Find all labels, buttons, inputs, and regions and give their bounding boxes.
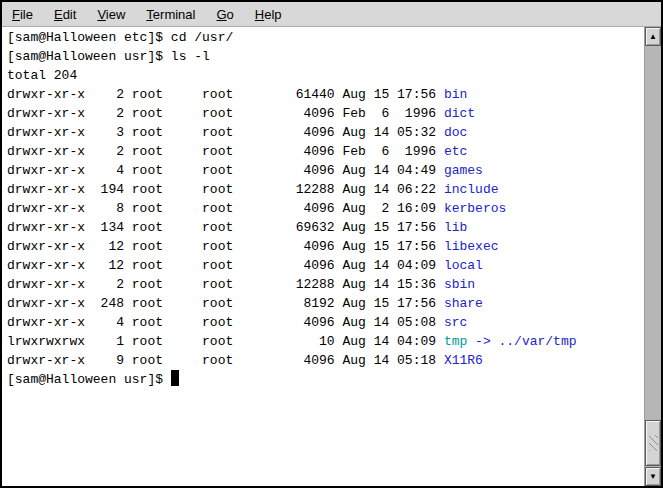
- text-segment: drwxr-xr-x 3 root root 4096 Aug 14 05:32: [7, 125, 444, 140]
- terminal-line: drwxr-xr-x 248 root root 8192 Aug 15 17:…: [7, 294, 644, 313]
- menu-file-label: ile: [20, 7, 33, 22]
- menu-help-label: elp: [264, 7, 281, 22]
- file-name: tmp: [444, 334, 467, 349]
- menu-view[interactable]: View: [88, 4, 134, 25]
- terminal-line: drwxr-xr-x 3 root root 4096 Aug 14 05:32…: [7, 123, 644, 142]
- scrollbar-track[interactable]: [645, 46, 661, 467]
- terminal-line: drwxr-xr-x 12 root root 4096 Aug 15 17:5…: [7, 237, 644, 256]
- file-name: etc: [444, 144, 467, 159]
- text-segment: [sam@Halloween usr]$: [7, 372, 171, 387]
- menu-go-mnemonic: G: [216, 7, 226, 22]
- terminal-line: drwxr-xr-x 12 root root 4096 Aug 14 04:0…: [7, 256, 644, 275]
- terminal-line: drwxr-xr-x 194 root root 12288 Aug 14 06…: [7, 180, 644, 199]
- file-name: kerberos: [444, 201, 506, 216]
- file-name: src: [444, 315, 467, 330]
- text-segment: lrwxrwxrwx 1 root root 10 Aug 14 04:09: [7, 334, 444, 349]
- terminal-line: drwxr-xr-x 9 root root 4096 Aug 14 05:18…: [7, 351, 644, 370]
- terminal-line: total 204: [7, 66, 644, 85]
- file-name: X11R6: [444, 353, 483, 368]
- terminal-line: lrwxrwxrwx 1 root root 10 Aug 14 04:09 t…: [7, 332, 644, 351]
- terminal-line: [sam@Halloween usr]$ ls -l: [7, 47, 644, 66]
- file-name: share: [444, 296, 483, 311]
- file-name: include: [444, 182, 499, 197]
- file-name: doc: [444, 125, 467, 140]
- menu-terminal-label: erminal: [153, 7, 196, 22]
- text-segment: drwxr-xr-x 2 root root 4096 Feb 6 1996: [7, 106, 444, 121]
- file-name: local: [444, 258, 483, 273]
- text-segment: drwxr-xr-x 194 root root 12288 Aug 14 06…: [7, 182, 444, 197]
- scrollbar: ▲ ▼: [644, 27, 661, 486]
- menu-file[interactable]: File: [3, 4, 42, 25]
- menu-go[interactable]: Go: [207, 4, 242, 25]
- thumb-grip-icon: [649, 435, 658, 451]
- text-segment: drwxr-xr-x 12 root root 4096 Aug 15 17:5…: [7, 239, 444, 254]
- terminal-line: drwxr-xr-x 2 root root 4096 Feb 6 1996 d…: [7, 104, 644, 123]
- terminal-line: drwxr-xr-x 2 root root 4096 Feb 6 1996 e…: [7, 142, 644, 161]
- terminal-line: [sam@Halloween etc]$ cd /usr/: [7, 28, 644, 47]
- text-segment: drwxr-xr-x 4 root root 4096 Aug 14 05:08: [7, 315, 444, 330]
- menu-terminal[interactable]: Terminal: [137, 4, 204, 25]
- text-segment: drwxr-xr-x 4 root root 4096 Aug 14 04:49: [7, 163, 444, 178]
- text-segment: [sam@Halloween etc]$ cd /usr/: [7, 30, 233, 45]
- menu-help[interactable]: Help: [246, 4, 291, 25]
- file-name: bin: [444, 87, 467, 102]
- menu-bar: File Edit View Terminal Go Help: [2, 2, 661, 27]
- terminal-line: drwxr-xr-x 134 root root 69632 Aug 15 17…: [7, 218, 644, 237]
- terminal-line: drwxr-xr-x 8 root root 4096 Aug 2 16:09 …: [7, 199, 644, 218]
- terminal-line: drwxr-xr-x 2 root root 61440 Aug 15 17:5…: [7, 85, 644, 104]
- text-segment: drwxr-xr-x 2 root root 12288 Aug 14 15:3…: [7, 277, 444, 292]
- menu-view-mnemonic: V: [97, 7, 105, 22]
- menu-edit-label: dit: [63, 7, 77, 22]
- menu-view-label: iew: [106, 7, 126, 22]
- terminal-line: drwxr-xr-x 2 root root 12288 Aug 14 15:3…: [7, 275, 644, 294]
- down-arrow-icon: ▼: [649, 473, 657, 481]
- text-segment: drwxr-xr-x 2 root root 61440 Aug 15 17:5…: [7, 87, 444, 102]
- text-segment: total 204: [7, 68, 77, 83]
- menu-go-label: o: [227, 7, 234, 22]
- scroll-down-button[interactable]: ▼: [645, 467, 661, 486]
- text-segment: drwxr-xr-x 248 root root 8192 Aug 15 17:…: [7, 296, 444, 311]
- menu-edit[interactable]: Edit: [45, 4, 85, 25]
- file-name: sbin: [444, 277, 475, 292]
- terminal-output[interactable]: [sam@Halloween etc]$ cd /usr/[sam@Hallow…: [2, 27, 644, 486]
- up-arrow-icon: ▲: [649, 33, 657, 41]
- text-segment: drwxr-xr-x 134 root root 69632 Aug 15 17…: [7, 220, 444, 235]
- file-name: libexec: [444, 239, 499, 254]
- window-body: [sam@Halloween etc]$ cd /usr/[sam@Hallow…: [2, 27, 661, 486]
- terminal-line: drwxr-xr-x 4 root root 4096 Aug 14 05:08…: [7, 313, 644, 332]
- terminal-window: File Edit View Terminal Go Help [sam@Hal…: [0, 0, 663, 488]
- scroll-up-button[interactable]: ▲: [645, 27, 661, 46]
- menu-edit-mnemonic: E: [54, 7, 63, 22]
- file-name: dict: [444, 106, 475, 121]
- file-name: -> ../var/tmp: [467, 334, 576, 349]
- file-name: games: [444, 163, 483, 178]
- menu-help-mnemonic: H: [255, 7, 264, 22]
- terminal-line: [sam@Halloween usr]$: [7, 370, 644, 389]
- text-segment: drwxr-xr-x 2 root root 4096 Feb 6 1996: [7, 144, 444, 159]
- block-cursor: [171, 370, 179, 386]
- terminal-line: drwxr-xr-x 4 root root 4096 Aug 14 04:49…: [7, 161, 644, 180]
- menu-file-mnemonic: F: [12, 7, 20, 22]
- text-segment: [sam@Halloween usr]$ ls -l: [7, 49, 210, 64]
- text-segment: drwxr-xr-x 9 root root 4096 Aug 14 05:18: [7, 353, 444, 368]
- text-segment: drwxr-xr-x 8 root root 4096 Aug 2 16:09: [7, 201, 444, 216]
- scrollbar-thumb[interactable]: [645, 420, 661, 466]
- file-name: lib: [444, 220, 467, 235]
- text-segment: drwxr-xr-x 12 root root 4096 Aug 14 04:0…: [7, 258, 444, 273]
